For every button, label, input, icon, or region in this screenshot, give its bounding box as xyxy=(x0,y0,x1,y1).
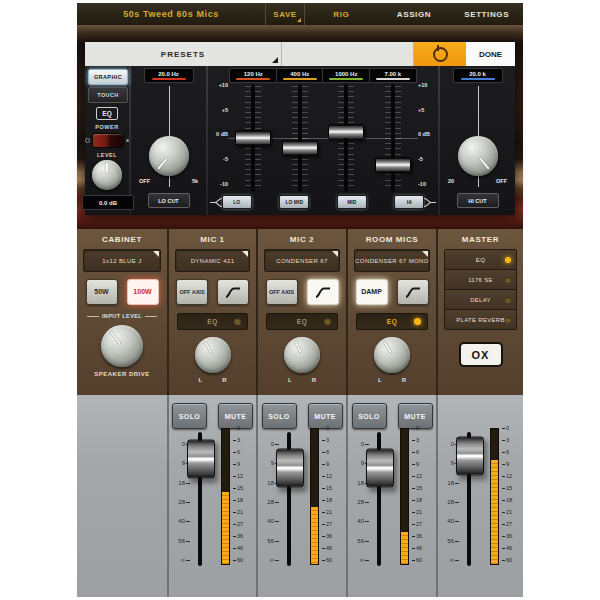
hi-cut-underline xyxy=(461,78,495,80)
scale-label: 9 xyxy=(412,462,422,468)
scale-label: 0 dB xyxy=(210,132,228,138)
watt-100-button[interactable]: 100W xyxy=(127,279,159,305)
preset-title[interactable]: 50s Tweed 60s Mics xyxy=(77,3,266,25)
fx-1176se-label: 1176 SE xyxy=(468,277,493,283)
save-button[interactable]: SAVE xyxy=(266,3,305,25)
tab-rig[interactable]: RIG xyxy=(305,3,378,25)
scale-label: 36 xyxy=(412,534,422,540)
mixer-section: CABINET 1x12 BLUE J 50W 100W INPUT LEVEL xyxy=(77,229,523,597)
presets-corner-icon xyxy=(272,57,278,63)
room-eq-led xyxy=(414,318,421,325)
room-fader-zone: 0918284056∞ 03691215182127364660 xyxy=(348,395,436,597)
room-filter-button[interactable] xyxy=(397,279,429,305)
dropdown-corner-icon xyxy=(422,251,428,257)
band-select-lo-mid[interactable]: LO MID xyxy=(279,195,309,209)
power-rocker-switch[interactable] xyxy=(92,133,124,148)
mic2-dropdown-value: CONDENSER 67 xyxy=(276,258,327,264)
room-damp-button[interactable]: DAMP xyxy=(356,279,388,305)
mic1-fader-trackzone xyxy=(169,432,229,566)
room-fader-cap[interactable] xyxy=(366,449,394,488)
watt-50-button[interactable]: 50W xyxy=(86,279,118,305)
band-mid-fader-cap[interactable] xyxy=(328,124,364,139)
filter-curve-icon xyxy=(314,285,332,299)
scale-label: 46 xyxy=(502,546,512,552)
mic1-filter-button[interactable] xyxy=(217,279,249,305)
scale-label: 36 xyxy=(322,534,332,540)
lo-cut-underline xyxy=(152,78,186,80)
strip-mic1: MIC 1 DYNAMIC 421 OFF AXIS EQ xyxy=(169,229,258,597)
master-fx-1176se[interactable]: 1176 SE xyxy=(445,270,516,289)
scale-label: 36 xyxy=(233,534,243,540)
done-button[interactable]: DONE xyxy=(466,42,515,66)
mic1-meter xyxy=(221,428,230,565)
band-select-lo[interactable]: LO xyxy=(222,195,252,209)
pan-right-label: R xyxy=(312,377,316,383)
cabinet-dropdown[interactable]: 1x12 BLUE J xyxy=(83,249,161,272)
room-pan-knob[interactable] xyxy=(374,337,410,373)
band-select-mid[interactable]: MID xyxy=(337,195,367,209)
ox-logo-button[interactable]: OX xyxy=(459,342,503,367)
mic1-buttons: OFF AXIS xyxy=(176,279,249,305)
master-title: MASTER xyxy=(462,235,499,244)
presets-label: PRESETS xyxy=(161,50,205,59)
lo-cut-max-label: 5k xyxy=(192,178,198,184)
band-lo-fader-cap[interactable] xyxy=(235,131,271,146)
hi-cut-button[interactable]: HI CUT xyxy=(457,193,499,208)
mic1-dropdown[interactable]: DYNAMIC 421 xyxy=(175,249,250,272)
room-title: ROOM MICS xyxy=(366,235,419,244)
mic2-eq-bar[interactable]: EQ xyxy=(266,313,338,330)
mic1-upper: MIC 1 DYNAMIC 421 OFF AXIS EQ xyxy=(169,229,258,395)
pan-left-label: L xyxy=(288,377,292,383)
hi-cut-knob[interactable] xyxy=(458,136,498,176)
presets-menu-button[interactable]: PRESETS xyxy=(85,42,282,66)
level-knob[interactable] xyxy=(92,160,122,190)
band-lo-display: 120 Hz xyxy=(229,68,277,83)
room-pan-knob-pointer xyxy=(367,330,416,379)
touch-mode-button[interactable]: TOUCH xyxy=(88,87,128,103)
band-select-hi[interactable]: HI xyxy=(394,195,424,209)
eq-power-button[interactable] xyxy=(414,42,466,66)
mic1-off-axis-button[interactable]: OFF AXIS xyxy=(176,279,208,305)
dash xyxy=(145,316,157,317)
master-fx-delay[interactable]: DELAY xyxy=(445,290,516,309)
scale-label: 60 xyxy=(412,558,422,564)
screenshot-stage: 50s Tweed 60s Mics SAVE RIG ASSIGN SETTI… xyxy=(0,0,600,600)
speaker-drive-knob[interactable] xyxy=(101,325,143,367)
mic2-fader-cap[interactable] xyxy=(276,449,304,488)
mic2-pan-knob[interactable] xyxy=(284,337,320,373)
mic2-filter-button[interactable] xyxy=(307,279,339,305)
mic2-off-axis-button[interactable]: OFF AXIS xyxy=(266,279,298,305)
master-fx-eq[interactable]: EQ xyxy=(445,250,516,269)
strip-master: MASTER EQ 1176 SE DELAY PLA xyxy=(438,229,523,597)
mic1-eq-bar[interactable]: EQ xyxy=(177,313,248,330)
master-meter xyxy=(490,428,499,565)
band-lo-mid-fader-cap[interactable] xyxy=(282,141,318,156)
mic1-pan-knob[interactable] xyxy=(195,337,231,373)
strip-room-mics: ROOM MICS CONDENSER 67 MONO DAMP EQ xyxy=(348,229,438,597)
master-fx-plate-reverb[interactable]: PLATE REVERB xyxy=(445,310,516,329)
fx-delay-led xyxy=(505,297,511,303)
room-meter xyxy=(400,428,409,565)
graphic-mode-button[interactable]: GRAPHIC xyxy=(88,69,128,85)
tab-assign[interactable]: ASSIGN xyxy=(378,3,451,25)
room-eq-bar[interactable]: EQ xyxy=(356,313,428,330)
scale-label: 21 xyxy=(233,510,243,516)
band-lo-mid-track[interactable] xyxy=(298,84,302,192)
band-lo-mid-trackzone xyxy=(277,86,324,190)
room-dropdown[interactable]: CONDENSER 67 MONO xyxy=(354,249,430,272)
band-hi-track[interactable] xyxy=(391,84,395,192)
mic1-fader-cap[interactable] xyxy=(187,439,215,478)
lo-cut-button[interactable]: LO CUT xyxy=(148,193,190,208)
tab-settings[interactable]: SETTINGS xyxy=(450,3,523,25)
band-hi-fader-cap[interactable] xyxy=(375,158,411,173)
cabinet-dropdown-value: 1x12 BLUE J xyxy=(102,258,141,264)
master-fader-cap[interactable] xyxy=(456,437,484,476)
scale-label: +10 xyxy=(210,83,228,89)
mic2-dropdown[interactable]: CONDENSER 67 xyxy=(264,249,340,272)
scale-label: 21 xyxy=(502,510,512,516)
band-lo-trackzone xyxy=(230,86,277,190)
lo-cut-knob[interactable] xyxy=(149,136,189,176)
pan-right-label: R xyxy=(222,377,226,383)
scale-label: 21 xyxy=(322,510,332,516)
scale-label: 0 xyxy=(502,426,512,432)
